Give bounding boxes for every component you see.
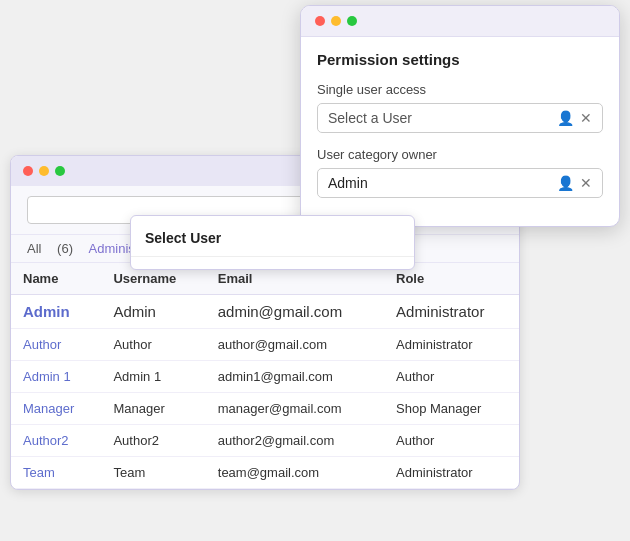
user-table: Name Username Email Role AdminAdminadmin… xyxy=(11,263,519,489)
close-icon[interactable]: ✕ xyxy=(580,110,592,126)
user-username: Author2 xyxy=(101,425,205,457)
fg-traffic-light-red[interactable] xyxy=(315,16,325,26)
traffic-light-red[interactable] xyxy=(23,166,33,176)
table-row: AdminAdminadmin@gmail.comAdministrator xyxy=(11,295,519,329)
col-name: Name xyxy=(11,263,101,295)
user-name-link[interactable]: Admin 1 xyxy=(23,369,71,384)
all-filter-count: (6) xyxy=(57,241,73,256)
single-user-icons: 👤 ✕ xyxy=(557,110,592,126)
single-user-label: Single user access xyxy=(317,82,603,97)
permission-settings-title: Permission settings xyxy=(317,51,603,68)
table-row: AuthorAuthorauthor@gmail.comAdministrato… xyxy=(11,329,519,361)
category-owner-icons: 👤 ✕ xyxy=(557,175,592,191)
user-role: Administrator xyxy=(384,457,519,489)
fg-window-content: Permission settings Single user access S… xyxy=(301,37,619,226)
user-name-link[interactable]: Author2 xyxy=(23,433,69,448)
user-email: admin1@gmail.com xyxy=(206,361,384,393)
category-owner-select[interactable]: Admin 👤 ✕ xyxy=(317,168,603,198)
permission-settings-window: Permission settings Single user access S… xyxy=(300,5,620,227)
user-email: manager@gmail.com xyxy=(206,393,384,425)
single-user-select[interactable]: Select a User 👤 ✕ xyxy=(317,103,603,133)
user-name-link[interactable]: Manager xyxy=(23,401,74,416)
user-name-link[interactable]: Admin xyxy=(23,303,70,320)
all-filter-label: All xyxy=(27,241,41,256)
user-icon: 👤 xyxy=(557,110,574,126)
close-icon-2[interactable]: ✕ xyxy=(580,175,592,191)
user-username: Team xyxy=(101,457,205,489)
user-username: Author xyxy=(101,329,205,361)
user-username: Admin xyxy=(101,295,205,329)
table-row: Author2Author2author2@gmail.comAuthor xyxy=(11,425,519,457)
user-role: Administrator xyxy=(384,295,519,329)
user-email: author2@gmail.com xyxy=(206,425,384,457)
traffic-light-green[interactable] xyxy=(55,166,65,176)
user-username: Admin 1 xyxy=(101,361,205,393)
select-user-header: Select User xyxy=(131,224,414,257)
user-username: Manager xyxy=(101,393,205,425)
user-email: team@gmail.com xyxy=(206,457,384,489)
table-row: ManagerManagermanager@gmail.comShop Mana… xyxy=(11,393,519,425)
user-email: author@gmail.com xyxy=(206,329,384,361)
user-role: Administrator xyxy=(384,329,519,361)
fg-traffic-light-yellow[interactable] xyxy=(331,16,341,26)
table-row: Admin 1Admin 1admin1@gmail.comAuthor xyxy=(11,361,519,393)
select-user-overlay: Select User xyxy=(130,215,415,270)
fg-traffic-light-green[interactable] xyxy=(347,16,357,26)
user-name-link[interactable]: Team xyxy=(23,465,55,480)
traffic-light-yellow[interactable] xyxy=(39,166,49,176)
user-role: Author xyxy=(384,361,519,393)
table-row: TeamTeamteam@gmail.comAdministrator xyxy=(11,457,519,489)
user-name-link[interactable]: Author xyxy=(23,337,61,352)
category-owner-value: Admin xyxy=(328,175,557,191)
user-email: admin@gmail.com xyxy=(206,295,384,329)
fg-window-titlebar xyxy=(301,6,619,37)
user-icon-2: 👤 xyxy=(557,175,574,191)
user-role: Shop Manager xyxy=(384,393,519,425)
single-user-placeholder: Select a User xyxy=(328,110,557,126)
user-role: Author xyxy=(384,425,519,457)
category-owner-label: User category owner xyxy=(317,147,603,162)
